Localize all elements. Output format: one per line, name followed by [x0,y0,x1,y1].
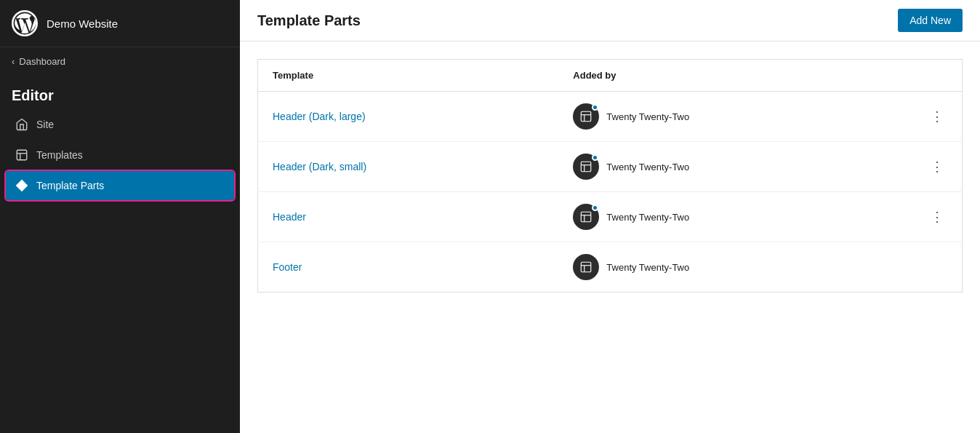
main-header: Template Parts Add New [240,0,980,41]
svg-rect-14 [582,262,592,272]
table-row: Header Twenty Twenty-Two⋮ [258,192,963,242]
sidebar: Demo Website ‹ Dashboard Editor Site [0,0,240,433]
sidebar-item-label-site: Site [36,119,54,130]
table-row: Header (Dark, small) Twenty Twenty-Two⋮ [258,142,963,192]
sidebar-nav: Site Templates Template Parts [0,110,240,200]
added-by-cell: Twenty Twenty-Two [558,192,913,242]
svg-rect-1 [17,150,27,160]
dashboard-label: Dashboard [19,56,65,67]
sidebar-item-label-templates: Templates [36,149,83,161]
col-header-template: Template [258,60,559,92]
theme-avatar [573,154,599,180]
theme-avatar [573,103,599,130]
editor-section-title: Editor [0,76,240,110]
theme-name: Twenty Twenty-Two [606,212,689,223]
row-actions-cell [913,242,963,293]
row-actions-cell: ⋮ [913,192,963,242]
row-actions-cell: ⋮ [913,142,963,192]
sidebar-header: Demo Website [0,0,240,47]
template-link[interactable]: Header (Dark, small) [273,161,366,172]
svg-marker-4 [17,180,28,191]
table-header-row: Template Added by [258,60,963,92]
added-by-cell: Twenty Twenty-Two [558,242,913,293]
dashboard-back[interactable]: ‹ Dashboard [0,47,240,76]
main-content: Template Parts Add New Template Added by… [240,0,980,433]
more-options-button[interactable]: ⋮ [928,106,947,127]
template-link[interactable]: Header [273,211,306,223]
sidebar-item-site[interactable]: Site [6,110,234,139]
col-header-actions [913,60,963,92]
svg-rect-5 [582,111,592,122]
theme-name: Twenty Twenty-Two [606,262,689,273]
diamond-icon [15,178,29,193]
theme-avatar [573,254,599,280]
added-by-cell: Twenty Twenty-Two [558,142,913,192]
wordpress-logo [12,10,38,36]
svg-rect-11 [582,212,592,222]
template-link[interactable]: Footer [273,261,302,273]
template-table: Template Added by Header (Dark, large) T… [257,59,963,293]
table-row: Footer Twenty Twenty-Two [258,242,963,293]
table-area: Template Added by Header (Dark, large) T… [240,41,980,433]
chevron-left-icon: ‹ [12,56,15,67]
added-by-cell: Twenty Twenty-Two [558,92,913,142]
template-name-cell: Header [258,192,559,242]
table-row: Header (Dark, large) Twenty Twenty-Two⋮ [258,92,963,142]
template-name-cell: Footer [258,242,559,293]
sidebar-item-templates[interactable]: Templates [6,140,234,170]
more-options-button[interactable]: ⋮ [928,156,947,177]
theme-avatar [573,204,599,230]
layout-icon [15,148,29,162]
theme-name: Twenty Twenty-Two [606,111,689,122]
site-name: Demo Website [47,17,118,30]
template-name-cell: Header (Dark, large) [258,92,559,142]
svg-rect-8 [582,162,592,172]
more-options-button[interactable]: ⋮ [928,207,947,227]
add-new-button[interactable]: Add New [898,9,963,32]
row-actions-cell: ⋮ [913,92,963,142]
page-title: Template Parts [257,12,361,29]
sidebar-item-template-parts[interactable]: Template Parts [6,171,234,200]
theme-name: Twenty Twenty-Two [606,162,689,172]
svg-point-0 [12,10,38,36]
template-link[interactable]: Header (Dark, large) [273,111,366,122]
home-icon [15,117,29,132]
template-name-cell: Header (Dark, small) [258,142,559,192]
col-header-added-by: Added by [558,60,913,92]
sidebar-item-label-template-parts: Template Parts [36,180,104,191]
